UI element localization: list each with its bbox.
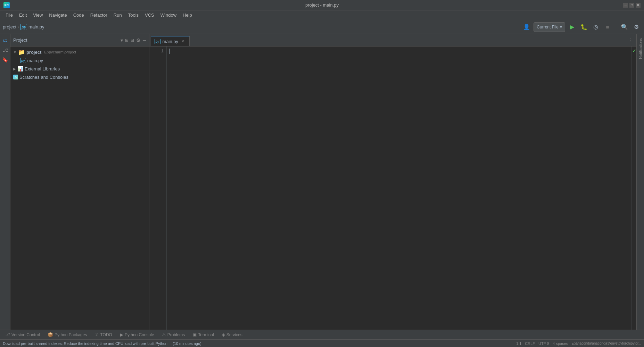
- text-cursor: [170, 49, 170, 54]
- tree-item-external-libs[interactable]: ▶ 📊 External Libraries: [10, 65, 149, 73]
- project-panel: Project ▾ ⊞ ⊟ ⚙ ─ ▼ 📁 project E:\pycharm…: [10, 34, 149, 330]
- tree-item-scratches[interactable]: ✎ Scratches and Consoles: [10, 73, 149, 81]
- todo-icon: ☑: [94, 332, 99, 337]
- project-panel-button[interactable]: 🗂: [1, 36, 10, 45]
- external-libs-icon: 📊: [17, 66, 23, 71]
- bottom-tab-todo[interactable]: ☑ TODO: [91, 331, 115, 339]
- terminal-icon: ▣: [192, 332, 197, 337]
- project-panel-title: Project: [13, 37, 118, 43]
- python-packages-icon: 📦: [48, 332, 53, 337]
- title-bar-left: PC: [3, 2, 10, 8]
- menu-navigate[interactable]: Navigate: [46, 11, 69, 19]
- bottom-tab-python-packages[interactable]: 📦 Python Packages: [44, 331, 90, 339]
- menu-help[interactable]: Help: [180, 11, 195, 19]
- tree-item-main-py[interactable]: py main.py: [10, 56, 149, 65]
- problems-label: Problems: [167, 332, 185, 337]
- project-crumb-label[interactable]: project: [3, 24, 16, 29]
- run-button[interactable]: ▶: [567, 22, 577, 32]
- scratches-icon: ✎: [13, 75, 18, 79]
- bottom-tab-terminal[interactable]: ▣ Terminal: [189, 331, 217, 339]
- debug-button[interactable]: 🐛: [579, 22, 589, 32]
- scratches-label: Scratches and Consoles: [19, 75, 68, 80]
- settings-button[interactable]: ⚙: [631, 22, 641, 32]
- menu-file[interactable]: File: [3, 11, 16, 19]
- bottom-tab-python-console[interactable]: ▶ Python Console: [116, 331, 158, 339]
- bottom-tab-services[interactable]: ◈ Services: [218, 331, 246, 339]
- bottom-tab-version-control[interactable]: ⎇ Version Control: [1, 331, 43, 339]
- version-control-label: Version Control: [11, 332, 40, 337]
- menu-refactor[interactable]: Refactor: [88, 11, 110, 19]
- status-message: Download pre-built shared indexes: Reduc…: [3, 341, 515, 346]
- menu-run[interactable]: Run: [111, 11, 125, 19]
- run-config-dropdown[interactable]: Current File ▾: [534, 22, 565, 32]
- title-bar: PC project - main.py ─ □ ✕: [0, 0, 644, 10]
- interpreter-status[interactable]: E:\anaconda\anaconda3\envs\pytorch\pytor…: [571, 341, 641, 345]
- terminal-label: Terminal: [198, 332, 214, 337]
- problems-icon: ⚠: [162, 332, 166, 337]
- stop-button[interactable]: ■: [603, 22, 612, 32]
- bottom-tabs-bar: ⎇ Version Control 📦 Python Packages ☑ TO…: [0, 330, 644, 339]
- project-root-path: E:\pycharm\project: [44, 50, 76, 54]
- right-notifications-sidebar: Notifications: [636, 34, 644, 330]
- notifications-tab[interactable]: Notifications: [637, 34, 644, 63]
- panel-settings-icon[interactable]: ⚙: [136, 37, 141, 43]
- folder-icon-project: 📁: [18, 49, 25, 56]
- external-libs-label: External Libraries: [25, 66, 60, 71]
- services-label: Services: [226, 332, 242, 337]
- project-root-name: project: [26, 50, 41, 55]
- main-py-label: main.py: [27, 58, 43, 63]
- pycharm-logo: PC: [3, 2, 10, 8]
- line-numbers: 1: [149, 46, 167, 330]
- editor-content[interactable]: 1 ✓: [149, 46, 636, 330]
- encoding-status[interactable]: UTF-8: [538, 341, 549, 346]
- toolbar: project › py main.py 👤 Current File ▾ ▶ …: [0, 20, 644, 34]
- menu-window[interactable]: Window: [158, 11, 179, 19]
- toolbar-divider: [616, 24, 616, 31]
- panel-expand-all-icon[interactable]: ⊞: [125, 38, 129, 43]
- code-area[interactable]: [167, 46, 631, 330]
- panel-close-icon[interactable]: ─: [143, 37, 146, 43]
- close-button[interactable]: ✕: [636, 3, 641, 8]
- panel-collapse-all-icon[interactable]: ⊟: [131, 38, 134, 43]
- expand-arrow-project: ▼: [13, 50, 17, 54]
- menu-code[interactable]: Code: [71, 11, 87, 19]
- window-controls: ─ □ ✕: [623, 3, 641, 8]
- account-icon-button[interactable]: 👤: [522, 22, 531, 32]
- indent-status[interactable]: 4 spaces: [553, 341, 568, 346]
- menu-view[interactable]: View: [30, 11, 46, 19]
- project-panel-header: Project ▾ ⊞ ⊟ ⚙ ─: [10, 34, 149, 46]
- more-tabs-button[interactable]: ⋮: [625, 37, 635, 43]
- run-config-label: Current File: [537, 25, 559, 29]
- coverage-button[interactable]: ◎: [591, 22, 601, 32]
- expand-arrow-external-libs: ▶: [13, 67, 16, 71]
- services-icon: ◈: [222, 332, 225, 337]
- main-layout: 🗂 ⎇ 🔖 Project ▾ ⊞ ⊟ ⚙ ─ ▼ 📁 project E:\p…: [0, 34, 644, 330]
- editor-tab-main-py[interactable]: py main.py ✕: [151, 36, 190, 46]
- todo-label: TODO: [100, 332, 112, 337]
- run-config-dropdown-arrow: ▾: [560, 25, 562, 29]
- minimize-button[interactable]: ─: [623, 3, 628, 8]
- breadcrumb: project › py main.py: [3, 24, 44, 30]
- maximize-button[interactable]: □: [629, 3, 634, 8]
- python-packages-label: Python Packages: [55, 332, 87, 337]
- file-crumb-label[interactable]: main.py: [28, 24, 44, 29]
- panel-options-icon[interactable]: ▾: [121, 37, 123, 43]
- bookmark-panel-button[interactable]: 🔖: [1, 55, 10, 64]
- menu-edit[interactable]: Edit: [16, 11, 30, 19]
- cursor-position-status[interactable]: 1:1: [516, 341, 521, 346]
- tab-close-button[interactable]: ✕: [180, 39, 185, 44]
- menu-tools[interactable]: Tools: [125, 11, 141, 19]
- tree-item-project-root[interactable]: ▼ 📁 project E:\pycharm\project: [10, 48, 149, 56]
- line-ending-status[interactable]: CRLF: [525, 341, 535, 346]
- editor-area: py main.py ✕ ⋮ 1 ✓: [149, 34, 636, 330]
- python-console-icon: ▶: [120, 332, 123, 337]
- vcs-panel-button[interactable]: ⎇: [1, 45, 10, 54]
- python-console-label: Python Console: [125, 332, 154, 337]
- cursor-line-1: [170, 48, 629, 55]
- bottom-tab-problems[interactable]: ⚠ Problems: [158, 331, 189, 339]
- menu-vcs[interactable]: VCS: [142, 11, 157, 19]
- search-everywhere-button[interactable]: 🔍: [620, 22, 629, 32]
- python-file-icon: py: [20, 58, 26, 63]
- menu-bar: File Edit View Navigate Code Refactor Ru…: [0, 10, 644, 20]
- editor-tabs: py main.py ✕ ⋮: [149, 34, 636, 46]
